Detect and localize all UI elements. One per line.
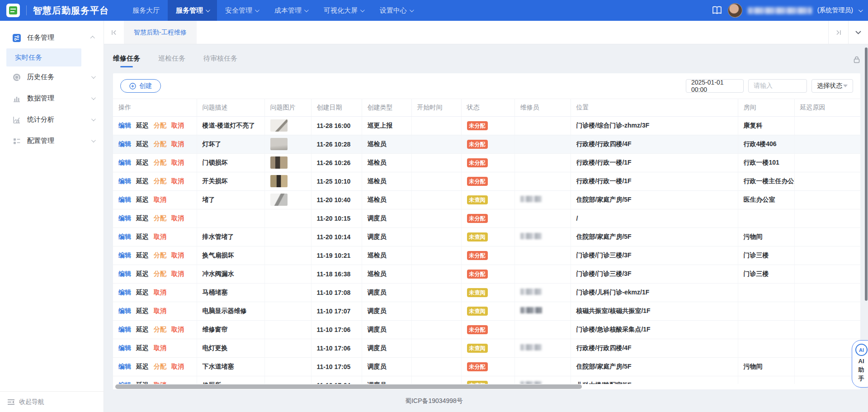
- edit-action-link[interactable]: 编辑: [118, 159, 131, 166]
- delay-action-link[interactable]: 延迟: [136, 344, 149, 351]
- status-select[interactable]: 选择状态: [811, 79, 853, 93]
- sidebar-item-statistics[interactable]: 统计分析: [0, 109, 104, 130]
- cancel-action-link[interactable]: 取消: [171, 326, 184, 333]
- edit-action-link[interactable]: 编辑: [118, 289, 131, 296]
- delay-action-link[interactable]: 延迟: [136, 177, 149, 185]
- delay-action-link[interactable]: 延迟: [136, 159, 149, 166]
- cancel-action-link[interactable]: 取消: [154, 344, 166, 351]
- cancel-action-link[interactable]: 取消: [171, 251, 184, 259]
- issue-photo-thumbnail[interactable]: [270, 156, 288, 169]
- delay-reason-cell: [794, 135, 860, 153]
- header-right: (系统管理员): [712, 3, 868, 18]
- cancel-action-link[interactable]: 取消: [171, 159, 184, 166]
- sidebar-item-realtime-tasks[interactable]: 实时任务: [6, 48, 81, 66]
- assign-action-link[interactable]: 分配: [154, 363, 166, 370]
- topnav-settings[interactable]: 设置中心: [372, 0, 421, 21]
- edit-action-link[interactable]: 编辑: [118, 251, 131, 259]
- topnav-dashboard[interactable]: 可视化大屏: [316, 0, 372, 21]
- issue-photo-cell: [264, 357, 311, 376]
- delay-action-link[interactable]: 延迟: [136, 122, 149, 129]
- assign-action-link[interactable]: 分配: [154, 214, 166, 222]
- logo-icon: [9, 6, 17, 14]
- location-cell: /: [571, 209, 738, 227]
- sidebar-item-config-mgmt[interactable]: 配置管理: [0, 130, 104, 152]
- edit-action-link[interactable]: 编辑: [118, 122, 131, 129]
- edit-action-link[interactable]: 编辑: [118, 196, 131, 203]
- collapse-nav-button[interactable]: 收起导航: [0, 391, 104, 412]
- delay-action-link[interactable]: 延迟: [136, 214, 149, 222]
- date-filter-input[interactable]: 2025-01-01 00:00: [686, 79, 744, 93]
- topnav-security-mgmt[interactable]: 安全管理: [217, 0, 266, 21]
- assign-action-link[interactable]: 分配: [154, 177, 166, 185]
- topnav-service-mgmt[interactable]: 服务管理: [168, 0, 217, 21]
- delay-action-link[interactable]: 延迟: [136, 363, 149, 370]
- tab-smart-logistics-repair[interactable]: 智慧后勤-工程维修: [124, 21, 197, 44]
- keyword-filter-input[interactable]: 请输入: [748, 79, 807, 93]
- assign-action-link[interactable]: 分配: [154, 251, 166, 259]
- topnav-service-hall[interactable]: 服务大厅: [124, 0, 168, 21]
- tab-inspection-tasks[interactable]: 巡检任务: [158, 54, 185, 66]
- delay-action-link[interactable]: 延迟: [136, 289, 149, 296]
- sidebar-item-task-mgmt[interactable]: 任务管理: [0, 27, 104, 48]
- assign-action-link[interactable]: 分配: [154, 159, 166, 166]
- cancel-action-link[interactable]: 取消: [171, 177, 184, 185]
- edit-action-link[interactable]: 编辑: [118, 140, 131, 147]
- horizontal-scrollbar-thumb[interactable]: [115, 384, 582, 389]
- issue-photo-thumbnail[interactable]: [270, 175, 288, 187]
- delay-reason-cell: [794, 302, 860, 320]
- cancel-action-link[interactable]: 取消: [154, 196, 166, 203]
- delay-action-link[interactable]: 延迟: [136, 251, 149, 259]
- delay-action-link[interactable]: 延迟: [136, 270, 149, 277]
- delay-action-link[interactable]: 延迟: [136, 326, 149, 333]
- assign-action-link[interactable]: 分配: [154, 140, 166, 147]
- cancel-action-link[interactable]: 取消: [171, 140, 184, 147]
- edit-action-link[interactable]: 编辑: [118, 270, 131, 277]
- tab-scroll-left-icon[interactable]: [104, 21, 124, 44]
- vertical-scrollbar-thumb[interactable]: [865, 47, 868, 301]
- cancel-action-link[interactable]: 取消: [154, 233, 166, 240]
- tab-pending-review-tasks[interactable]: 待审核任务: [203, 54, 237, 66]
- delay-action-link[interactable]: 延迟: [136, 196, 149, 203]
- issue-photo-thumbnail[interactable]: [270, 119, 288, 132]
- tab-scroll-right-icon[interactable]: [828, 21, 848, 44]
- issue-photo-thumbnail[interactable]: [270, 138, 288, 150]
- delay-action-link[interactable]: 延迟: [136, 233, 149, 240]
- sidebar-item-history-tasks[interactable]: 历史任务: [0, 66, 104, 88]
- edit-action-link[interactable]: 编辑: [118, 326, 131, 333]
- assign-action-link[interactable]: 分配: [154, 326, 166, 333]
- cancel-action-link[interactable]: 取消: [171, 214, 184, 222]
- tab-repair-tasks[interactable]: 维修任务: [113, 54, 140, 66]
- create-button[interactable]: 创建: [120, 79, 161, 93]
- ai-assistant-widget[interactable]: AI AI助手: [852, 340, 868, 388]
- repair-tasks-table: 操作 问题描述 问题图片 创建日期 创建类型 开始时间 状态 维修员 位置 房间…: [113, 99, 860, 384]
- assign-action-link[interactable]: 分配: [154, 270, 166, 277]
- edit-action-link[interactable]: 编辑: [118, 233, 131, 240]
- cancel-action-link[interactable]: 取消: [154, 289, 166, 296]
- created-date: 11-20 10:40: [311, 190, 362, 209]
- created-date: 11-10 17:05: [311, 357, 362, 376]
- handbook-icon[interactable]: [712, 6, 722, 15]
- edit-action-link[interactable]: 编辑: [118, 363, 131, 370]
- chevron-down-icon[interactable]: [859, 8, 863, 12]
- cancel-action-link[interactable]: 取消: [154, 307, 166, 314]
- cancel-action-link[interactable]: 取消: [171, 122, 184, 129]
- issue-photo-cell: [264, 153, 311, 172]
- user-avatar[interactable]: [728, 3, 742, 18]
- delay-action-link[interactable]: 延迟: [136, 140, 149, 147]
- topnav-cost-mgmt[interactable]: 成本管理: [266, 0, 316, 21]
- edit-action-link[interactable]: 编辑: [118, 177, 131, 185]
- cancel-action-link[interactable]: 取消: [171, 270, 184, 277]
- created-date: 11-19 10:21: [311, 246, 362, 265]
- issue-photo-thumbnail[interactable]: [270, 194, 288, 206]
- table-row: 编辑延迟取消 修厕所 11-10 17:04 调度员 未查阅 儿科大楼/静配室/…: [113, 376, 860, 384]
- edit-action-link[interactable]: 编辑: [118, 214, 131, 222]
- delay-action-link[interactable]: 延迟: [136, 307, 149, 314]
- edit-action-link[interactable]: 编辑: [118, 344, 131, 351]
- tab-menu-chevron-icon[interactable]: [848, 21, 868, 44]
- lock-icon[interactable]: [853, 56, 860, 63]
- edit-action-link[interactable]: 编辑: [118, 307, 131, 314]
- cancel-action-link[interactable]: 取消: [171, 363, 184, 370]
- sidebar-item-data-mgmt[interactable]: 数据管理: [0, 88, 104, 109]
- assign-action-link[interactable]: 分配: [154, 122, 166, 129]
- sidebar-item-label: 历史任务: [27, 73, 54, 81]
